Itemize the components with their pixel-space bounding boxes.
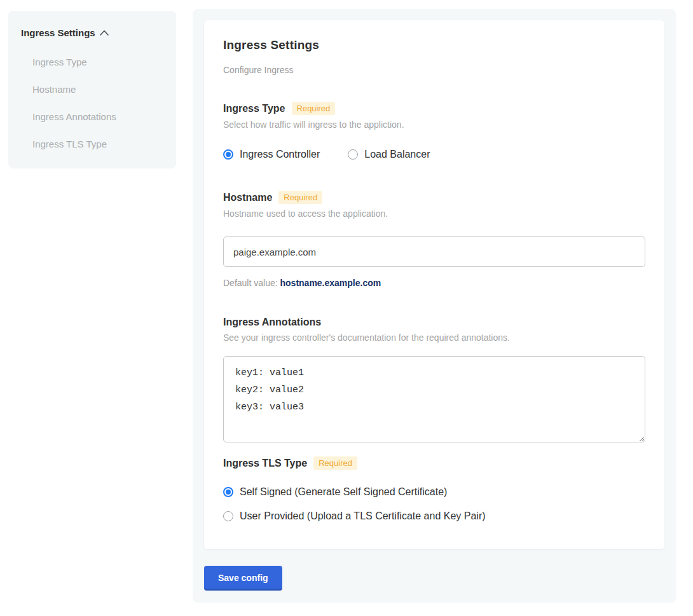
radio-self-signed[interactable]: Self Signed (Generate Self Signed Certif… xyxy=(223,486,645,498)
page-title: Ingress Settings xyxy=(223,38,645,52)
settings-sidebar: Ingress Settings Ingress Type Hostname I… xyxy=(8,11,176,168)
radio-load-balancer-label: Load Balancer xyxy=(364,149,430,160)
sidebar-item-hostname[interactable]: Hostname xyxy=(32,76,166,103)
radio-user-provided[interactable]: User Provided (Upload a TLS Certificate … xyxy=(223,510,645,522)
section-ingress-type: Ingress Type Required Select how traffic… xyxy=(223,102,645,160)
config-card: Ingress Settings Configure Ingress Ingre… xyxy=(204,20,664,549)
hostname-label-row: Hostname Required xyxy=(223,191,645,204)
sidebar-item-ingress-tls-type[interactable]: Ingress TLS Type xyxy=(32,130,166,158)
ingress-type-label-row: Ingress Type Required xyxy=(223,102,645,115)
config-panel: Ingress Settings Configure Ingress Ingre… xyxy=(193,9,676,603)
ingress-annotations-help: See your ingress controller's documentat… xyxy=(223,332,645,343)
radio-load-balancer[interactable]: Load Balancer xyxy=(348,149,430,160)
radio-selected-icon[interactable] xyxy=(223,487,233,497)
section-ingress-annotations: Ingress Annotations See your ingress con… xyxy=(223,317,645,442)
sidebar-item-ingress-annotations[interactable]: Ingress Annotations xyxy=(32,103,166,130)
chevron-up-icon xyxy=(100,30,109,36)
hostname-help: Hostname used to access the application. xyxy=(223,209,645,219)
ingress-type-label: Ingress Type xyxy=(223,103,285,114)
sidebar-item-ingress-type[interactable]: Ingress Type xyxy=(32,48,166,76)
ingress-tls-type-radio-group: Self Signed (Generate Self Signed Certif… xyxy=(223,486,645,522)
ingress-tls-type-required-badge: Required xyxy=(313,456,357,470)
hostname-label: Hostname xyxy=(223,192,272,203)
section-hostname: Hostname Required Hostname used to acces… xyxy=(223,191,645,288)
ingress-tls-type-label-row: Ingress TLS Type Required xyxy=(223,456,645,470)
default-value-prefix: Default value: xyxy=(223,278,280,288)
page-subtitle: Configure Ingress xyxy=(223,65,645,75)
ingress-type-help: Select how traffic will ingress to the a… xyxy=(223,120,645,130)
ingress-annotations-textarea[interactable]: key1: value1 key2: value2 key3: value3 xyxy=(223,356,645,442)
radio-unselected-icon[interactable] xyxy=(223,511,233,521)
ingress-annotations-label: Ingress Annotations xyxy=(223,317,321,328)
ingress-type-required-badge: Required xyxy=(292,102,336,115)
ingress-type-radio-group: Ingress Controller Load Balancer xyxy=(223,149,645,160)
radio-self-signed-label: Self Signed (Generate Self Signed Certif… xyxy=(240,486,447,498)
sidebar-item-list: Ingress Type Hostname Ingress Annotation… xyxy=(32,48,166,158)
hostname-required-badge: Required xyxy=(278,191,322,204)
ingress-tls-type-label: Ingress TLS Type xyxy=(223,458,307,469)
default-value-text: hostname.example.com xyxy=(280,278,381,288)
hostname-input[interactable] xyxy=(223,236,645,267)
section-ingress-tls-type: Ingress TLS Type Required Self Signed (G… xyxy=(223,456,645,522)
hostname-default-value: Default value: hostname.example.com xyxy=(223,278,645,288)
radio-ingress-controller[interactable]: Ingress Controller xyxy=(223,149,320,160)
radio-selected-icon[interactable] xyxy=(223,149,233,160)
radio-ingress-controller-label: Ingress Controller xyxy=(240,149,320,160)
radio-user-provided-label: User Provided (Upload a TLS Certificate … xyxy=(240,510,486,522)
save-config-button[interactable]: Save config xyxy=(204,566,282,591)
ingress-annotations-label-row: Ingress Annotations xyxy=(223,317,645,328)
sidebar-group-ingress-settings[interactable]: Ingress Settings xyxy=(21,27,166,38)
radio-unselected-icon[interactable] xyxy=(348,149,358,160)
sidebar-group-label: Ingress Settings xyxy=(21,27,95,38)
